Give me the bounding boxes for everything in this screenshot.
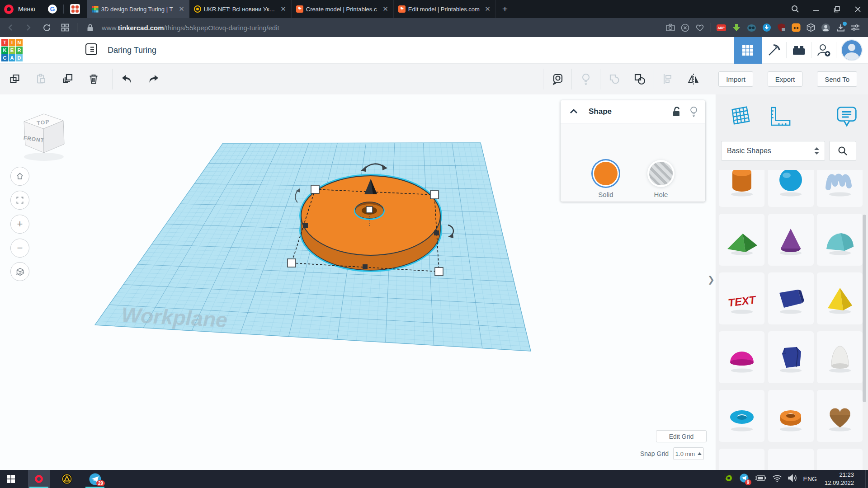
- url-text[interactable]: www.tinkercad.com/things/55kpepOtovq-dar…: [102, 24, 279, 32]
- edit-grid-button[interactable]: Edit Grid: [656, 430, 707, 442]
- minecraft-pickaxe-button[interactable]: [762, 37, 786, 64]
- show-all-bulb-icon[interactable]: [576, 69, 596, 89]
- taskbar-opera[interactable]: [28, 470, 50, 488]
- show-desktop-button[interactable]: [865, 470, 868, 488]
- extension-cube-icon[interactable]: [807, 23, 815, 32]
- shape-roof[interactable]: [719, 214, 764, 266]
- redo-button[interactable]: [143, 69, 164, 89]
- workplane-tool-icon[interactable]: [547, 69, 568, 89]
- clock[interactable]: 21:23 12.09.2022: [825, 471, 854, 487]
- taskbar-telegram[interactable]: 29: [84, 470, 106, 488]
- back-icon[interactable]: [6, 23, 15, 32]
- browser-tab-tinkercad[interactable]: 3D design Daring Turing | T ✕: [87, 0, 189, 18]
- video-downloader-icon[interactable]: [762, 23, 771, 32]
- design-title[interactable]: Daring Turing: [108, 46, 156, 55]
- group-button[interactable]: [604, 69, 625, 89]
- maximize-button[interactable]: [826, 0, 847, 18]
- shape-polygon[interactable]: [768, 331, 814, 383]
- tab-search-icon[interactable]: [785, 0, 806, 18]
- nvidia-tray-icon[interactable]: [724, 473, 734, 485]
- snapshot-camera-icon[interactable]: [666, 23, 675, 32]
- new-tab-button[interactable]: +: [496, 4, 514, 14]
- forward-icon[interactable]: [24, 23, 33, 32]
- panel-collapse-chevron[interactable]: ❯: [708, 274, 715, 285]
- volume-tray-icon[interactable]: [788, 474, 797, 484]
- sidebar-scrollbar[interactable]: [863, 215, 866, 402]
- workplane-helper-icon[interactable]: [728, 104, 752, 130]
- user-avatar[interactable]: [841, 39, 863, 61]
- shape-half-sphere[interactable]: [719, 331, 764, 383]
- speed-dial-icon[interactable]: [70, 4, 80, 14]
- opera-menu-button[interactable]: Меню: [18, 5, 35, 13]
- mirror-button[interactable]: [683, 69, 704, 89]
- savefrom-icon[interactable]: [732, 23, 741, 32]
- visibility-bulb-icon[interactable]: [689, 106, 698, 117]
- shape-scribble[interactable]: [817, 170, 863, 207]
- view-cube[interactable]: TOP FRONT: [23, 114, 64, 161]
- google-icon[interactable]: G: [48, 5, 57, 14]
- bookmark-heart-icon[interactable]: [695, 23, 704, 32]
- paste-button[interactable]: [31, 69, 52, 89]
- shape-heart[interactable]: [817, 390, 863, 442]
- copy-button[interactable]: [5, 69, 25, 89]
- browser-tab-ukrnet[interactable]: UKR.NET: Всі новини Украї ✕: [189, 0, 292, 18]
- ublock-origin-icon[interactable]: [777, 23, 786, 32]
- adblock-plus-icon[interactable]: ABP: [717, 24, 726, 31]
- tinkercad-logo[interactable]: TIN KER CAD: [1, 39, 23, 61]
- zoom-in-button[interactable]: +: [10, 215, 29, 234]
- opera-logo-icon[interactable]: [4, 5, 14, 14]
- export-button[interactable]: Export: [768, 71, 802, 87]
- minimize-button[interactable]: [806, 0, 826, 18]
- duplicate-button[interactable]: [57, 69, 78, 89]
- perspective-toggle-button[interactable]: [10, 262, 29, 281]
- lock-icon[interactable]: [87, 23, 94, 32]
- shape-cylinder[interactable]: [719, 170, 764, 207]
- zoom-out-button[interactable]: −: [10, 239, 29, 258]
- notes-helper-icon[interactable]: [835, 105, 858, 131]
- tab-close-icon[interactable]: ✕: [177, 5, 186, 13]
- shape-box[interactable]: [768, 272, 814, 324]
- fit-view-button[interactable]: [10, 191, 29, 210]
- align-button[interactable]: [658, 69, 679, 89]
- ruler-helper-icon[interactable]: [767, 106, 791, 130]
- snap-grid-select[interactable]: 1.0 mm: [673, 447, 704, 460]
- send-to-button[interactable]: Send To: [817, 71, 857, 87]
- profile-avatar-icon[interactable]: [821, 23, 830, 33]
- shape-sphere[interactable]: [768, 170, 814, 207]
- shape-paraboloid[interactable]: [817, 331, 863, 383]
- design-menu-icon[interactable]: [85, 43, 98, 57]
- taskbar-aimp[interactable]: [56, 470, 78, 488]
- settings-sliders-icon[interactable]: [851, 23, 860, 32]
- tab-close-icon[interactable]: ✕: [483, 5, 492, 13]
- shape-search-button[interactable]: [829, 141, 856, 161]
- shape-tube[interactable]: [768, 390, 814, 442]
- shape-category-select[interactable]: Basic Shapes: [721, 141, 825, 161]
- hole-swatch[interactable]: [649, 162, 673, 185]
- aloha-vpn-icon[interactable]: [747, 23, 756, 32]
- lego-brick-button[interactable]: [787, 37, 811, 64]
- shape-text[interactable]: TEXT: [719, 272, 764, 324]
- wifi-tray-icon[interactable]: [772, 474, 782, 484]
- shield-block-icon[interactable]: [681, 23, 689, 32]
- browser-tab-printables-create[interactable]: Create model | Printables.c ✕: [292, 0, 394, 18]
- collapse-panel-chevron-icon[interactable]: [569, 107, 579, 117]
- delete-button[interactable]: [83, 69, 104, 89]
- shape-torus[interactable]: [719, 390, 764, 442]
- home-view-button[interactable]: [10, 167, 29, 186]
- language-indicator[interactable]: ENG: [803, 475, 817, 483]
- battery-tray-icon[interactable]: [755, 474, 766, 483]
- start-button[interactable]: [0, 470, 22, 488]
- telegram-tray-icon[interactable]: 9: [740, 474, 749, 484]
- undo-button[interactable]: [116, 69, 137, 89]
- shape-round-roof[interactable]: [817, 214, 863, 266]
- import-button[interactable]: Import: [718, 71, 753, 87]
- close-button[interactable]: [847, 0, 868, 18]
- solid-swatch[interactable]: [594, 162, 618, 185]
- ungroup-button[interactable]: [629, 69, 650, 89]
- lock-open-icon[interactable]: [671, 106, 681, 117]
- tab-close-icon[interactable]: ✕: [279, 5, 288, 13]
- invite-person-button[interactable]: [811, 37, 836, 64]
- shape-pyramid[interactable]: [817, 272, 863, 324]
- tab-close-icon[interactable]: ✕: [381, 5, 390, 13]
- tampermonkey-icon[interactable]: [792, 23, 801, 32]
